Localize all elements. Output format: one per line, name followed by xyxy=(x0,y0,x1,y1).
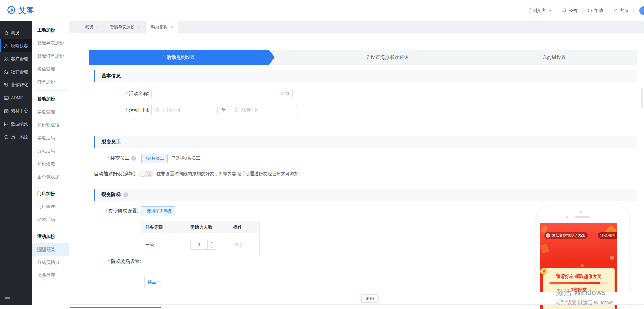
fission-staff-row: 裂变员工 : +选择员工 已选择0名员工 xyxy=(69,154,200,163)
tab-overview[interactable]: 概况 xyxy=(80,21,104,33)
sidebar-item-community-management[interactable]: 社群管理 xyxy=(0,65,32,78)
submenu-item-channel-mgmt[interactable]: 渠道管理 xyxy=(32,105,69,118)
sidebar-item-customer-management[interactable]: 客户管理 xyxy=(0,52,32,65)
char-counter: 0/20 xyxy=(281,91,289,96)
section-fission-ladder: 裂变阶梯 xyxy=(94,189,637,201)
help-circle-icon[interactable] xyxy=(131,156,136,161)
step-3[interactable]: 3.高级设置 xyxy=(543,50,566,65)
sidebar-collapse-button[interactable] xyxy=(5,294,11,300)
service-button[interactable]: 客服 xyxy=(613,8,629,14)
submenu-item-sms[interactable]: 短信管理 xyxy=(32,63,69,76)
section-title: 裂变阶梯 xyxy=(101,192,121,198)
tab-boost-prize[interactable]: 助力领奖 xyxy=(146,21,178,33)
collapse-menu-icon xyxy=(5,294,11,300)
tab-label: 智能导表加粉 xyxy=(110,24,134,30)
divider xyxy=(557,8,557,13)
add-task-level-button[interactable]: +新增任务等级 xyxy=(141,206,175,216)
sidebar-item-marketing-conversion[interactable]: 营销转化 xyxy=(0,78,32,91)
submenu-item-channel-qr[interactable]: 渠道活码 xyxy=(32,131,69,144)
ladder-table-header: 任务等级 需助力人数 操作 xyxy=(141,221,259,233)
delete-action[interactable]: 删除 xyxy=(233,242,259,248)
submenu-item-prize-mgmt[interactable]: 奖品管理 xyxy=(32,269,69,282)
select-staff-button[interactable]: +选择员工 xyxy=(141,154,168,163)
section-title: 裂变员工 xyxy=(101,139,121,145)
toggle-knob xyxy=(140,171,145,176)
help-button[interactable]: 帮助 xyxy=(587,8,603,14)
placeholder-text: 结束时间 xyxy=(242,107,259,113)
submenu-group-active-add: 主动加粉 xyxy=(32,24,69,37)
clock-icon xyxy=(155,108,160,113)
logo-icon xyxy=(6,5,16,15)
info-icon xyxy=(587,8,592,13)
submenu-group-store-add: 门店加粉 xyxy=(32,187,69,200)
brand-logo[interactable]: 艾客 xyxy=(6,5,35,15)
submenu-item-split-qr[interactable]: 分流活码 xyxy=(32,144,69,157)
logo-text: 艾客 xyxy=(18,5,35,15)
back-button[interactable]: 返回 xyxy=(361,294,379,303)
submenu-item-welcome-msg[interactable]: 加粉欢迎语 xyxy=(32,118,69,131)
tab-close-icon[interactable] xyxy=(137,25,139,29)
submenu-item-order-add[interactable]: 订单加粉 xyxy=(32,76,69,89)
submenu-item-region-qr[interactable]: 区域活码 xyxy=(32,213,69,226)
stepper-down-icon[interactable]: ▼ xyxy=(208,245,216,250)
submenu-item-boost-prize[interactable]: 助力领奖 xyxy=(32,243,69,256)
submenu-item-smart-order[interactable]: 智能订单加粉 xyxy=(32,50,69,63)
auto-pass-toggle[interactable]: 关 xyxy=(139,171,153,177)
sidebar-item-data-performance[interactable]: 数据绩效 xyxy=(0,117,32,130)
footer-bar: 返回 xyxy=(69,292,644,305)
tab-close-icon[interactable] xyxy=(170,25,173,29)
nickname-banner: 微信名称:领取了奖品 xyxy=(544,232,588,239)
tab-bar: 概况 智能导表加粉 助力领奖 xyxy=(69,21,644,33)
end-time-input[interactable]: 结束时间 xyxy=(231,105,297,115)
announcement-button[interactable]: 公告 xyxy=(562,8,577,14)
camera-dot-icon xyxy=(566,216,568,218)
sidebar-item-label: 员工风控 xyxy=(11,134,28,140)
sidebar-item-admp[interactable]: ADMP xyxy=(0,91,32,104)
confetti-decoration xyxy=(581,264,584,267)
coin-icon: ¥ xyxy=(540,268,547,275)
avatar[interactable] xyxy=(639,6,644,15)
column-header: 任务等级 xyxy=(141,224,190,230)
tab-smart-sheet[interactable]: 智能导表加粉 xyxy=(104,21,145,33)
sidebar-item-material-center[interactable]: 素材中心 xyxy=(0,104,32,117)
sidebar-item-staff-risk[interactable]: 员工风控 xyxy=(0,130,32,143)
stepper-value[interactable]: 1 xyxy=(191,240,207,249)
chevron-down-icon xyxy=(549,10,552,11)
task-level-cell: 一级 xyxy=(141,242,190,248)
app-window: 艾客 广州艾客 公告 帮助 xyxy=(0,0,644,309)
divider xyxy=(35,90,69,91)
submenu-item-short-link[interactable]: 加粉短链 xyxy=(32,157,69,170)
helper-count-stepper[interactable]: 1 ▲ ▼ xyxy=(190,240,216,250)
confetti-decoration xyxy=(610,256,614,260)
step-2[interactable]: 2.设置海报和欢迎语 xyxy=(367,50,409,65)
help-circle-icon[interactable] xyxy=(123,192,128,197)
org-switcher[interactable]: 广州艾客 xyxy=(528,8,552,14)
clock-icon xyxy=(234,108,239,113)
step-1-active[interactable]: 1.活动规则设置 xyxy=(89,50,275,65)
progress-bar xyxy=(549,282,608,284)
scrollbar-thumb[interactable] xyxy=(641,88,643,108)
section-title: 基本信息 xyxy=(101,73,121,79)
activity-rules-button[interactable]: 活动规则 xyxy=(598,232,617,239)
submenu-item-group-boost[interactable]: 群成员助力 xyxy=(32,256,69,269)
submenu-item-store-mgmt[interactable]: 门店管理 xyxy=(32,200,69,213)
sidebar-item-label: 营销转化 xyxy=(11,82,28,88)
stepper-buttons: ▲ ▼ xyxy=(207,240,216,249)
tab-close-icon[interactable] xyxy=(96,25,98,29)
stepper-up-icon[interactable]: ▲ xyxy=(208,240,216,245)
auto-pass-hint: 在非设置时间段内添加的好友，将需要客服手动通过好友验证后方可添加 xyxy=(156,171,299,177)
activity-name-label: 活动名称: xyxy=(69,91,149,97)
sidebar-item-fans-acquisition[interactable]: 吸粉获客 xyxy=(0,39,32,52)
customers-icon xyxy=(4,56,9,62)
section-fission-staff: 裂变员工 xyxy=(94,136,637,148)
submenu-group-passive-add: 被动加粉 xyxy=(32,92,69,105)
sidebar-item-label: ADMP xyxy=(11,95,23,100)
submenu-item-smart-sheet[interactable]: 智能导表加粉 xyxy=(32,37,69,50)
activity-name-input[interactable]: 0/20 xyxy=(151,89,293,99)
prize-tab-1[interactable]: 奖品一 xyxy=(144,276,164,287)
top-nav: 广州艾客 公告 帮助 xyxy=(528,0,644,21)
start-time-input[interactable]: 开始时间 xyxy=(151,105,218,115)
table-row: 一级 1 ▲ ▼ 删除 xyxy=(141,233,259,256)
sidebar-item-overview[interactable]: 概况 xyxy=(0,26,32,39)
submenu-item-dual-add[interactable]: 企个微双加 xyxy=(32,170,69,183)
